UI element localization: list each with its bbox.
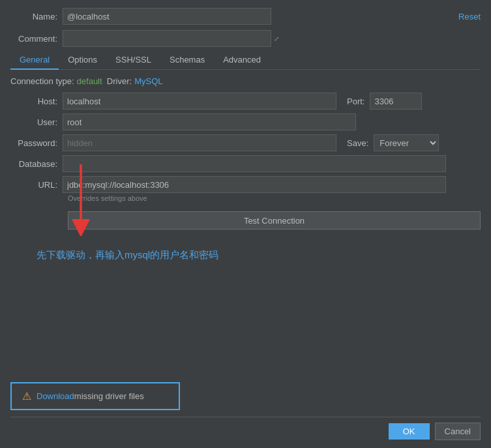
password-input[interactable] [63, 134, 336, 151]
tab-general[interactable]: General [10, 51, 59, 70]
host-port-row: Host: Port: [10, 93, 481, 110]
save-select[interactable]: Forever For session Never [374, 134, 439, 151]
comment-row: Comment: ⤢ [10, 30, 481, 47]
name-label: Name: [10, 12, 63, 22]
database-input[interactable] [63, 155, 446, 172]
tab-options[interactable]: Options [59, 51, 106, 70]
host-label: Host: [10, 97, 63, 106]
tabs: General Options SSH/SSL Schemas Advanced [10, 51, 481, 70]
user-row: User: [10, 113, 481, 130]
connection-type-row: Connection type: default Driver: MySQL [10, 76, 481, 86]
annotation-text: 先下载驱动，再输入mysql的用户名和密码 [37, 249, 481, 261]
password-label: Password: [10, 138, 63, 148]
name-input[interactable] [63, 8, 271, 25]
url-label: URL: [10, 180, 63, 190]
driver-label: Driver: [107, 76, 132, 86]
host-input[interactable] [63, 93, 336, 110]
database-label: Database: [10, 159, 63, 169]
connection-type-label: Connection type: [10, 76, 74, 86]
save-label: Save: [347, 138, 368, 148]
tab-ssh-ssl[interactable]: SSH/SSL [106, 51, 160, 70]
tab-advanced[interactable]: Advanced [214, 51, 270, 70]
user-input[interactable] [63, 113, 356, 130]
warning-icon: ⚠ [22, 390, 31, 402]
reset-link[interactable]: Reset [458, 12, 481, 22]
comment-label: Comment: [10, 34, 63, 44]
download-box: ⚠ Download missing driver files [10, 382, 481, 417]
driver-value: MySQL [134, 76, 162, 86]
footer-row: OK Cancel [10, 417, 481, 440]
port-label: Port: [347, 97, 365, 106]
tab-schemas[interactable]: Schemas [160, 51, 214, 70]
port-input[interactable] [370, 93, 422, 110]
test-connection-button[interactable]: Test Connection [68, 211, 481, 230]
cancel-button[interactable]: Cancel [435, 423, 481, 440]
download-driver-text: missing driver files [74, 391, 144, 401]
download-link-box: ⚠ Download missing driver files [10, 382, 180, 410]
ok-button[interactable]: OK [389, 423, 430, 440]
overrides-text: Overrides settings above [68, 194, 481, 202]
comment-input[interactable] [63, 30, 271, 47]
database-row: Database: [10, 155, 481, 172]
connection-dialog: Name: Reset Comment: ⤢ General Options S… [0, 0, 491, 448]
download-driver-link[interactable]: Download [37, 391, 74, 401]
expand-icon: ⤢ [274, 35, 279, 42]
bottom-area: ⚠ Download missing driver files OK Cance… [10, 272, 481, 440]
connection-type-value: default [77, 76, 102, 86]
url-input-row: URL: [10, 176, 481, 193]
url-row: URL: Overrides settings above [10, 176, 481, 202]
url-input[interactable] [63, 176, 446, 193]
name-row: Name: Reset [10, 8, 481, 25]
annotation-area: 先下载驱动，再输入mysql的用户名和密码 [10, 230, 481, 272]
password-row: Password: Save: Forever For session Neve… [10, 134, 481, 151]
user-label: User: [10, 117, 63, 127]
